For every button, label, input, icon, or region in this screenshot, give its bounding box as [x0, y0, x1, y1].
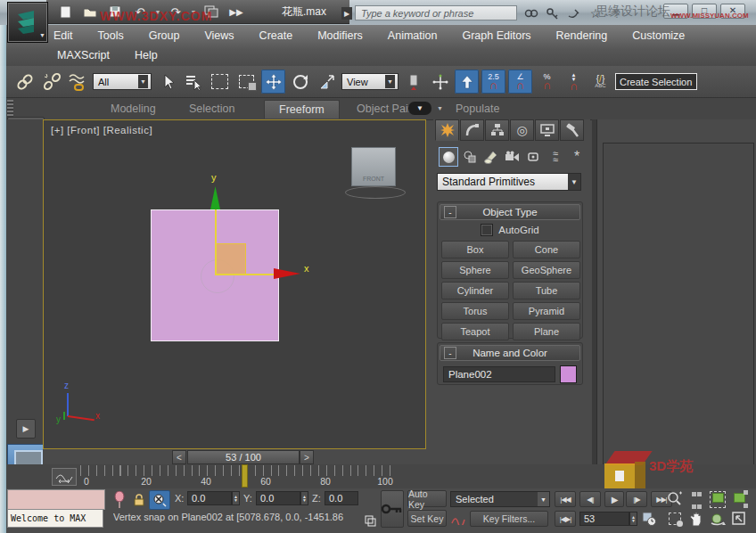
- x-coord-field[interactable]: 0.0: [187, 491, 232, 505]
- collapse-icon[interactable]: -: [444, 206, 456, 218]
- application-menu-button[interactable]: ▼: [7, 2, 48, 43]
- keyboard-shortcut-override-toggle[interactable]: [455, 70, 479, 94]
- ribbon-drag-grip[interactable]: [7, 100, 13, 118]
- set-keys-button[interactable]: [381, 490, 404, 528]
- selection-set-dropdown[interactable]: Selected ▼: [450, 491, 550, 507]
- systems-icon[interactable]: *: [567, 147, 587, 167]
- time-slider-handle[interactable]: 53 / 100: [187, 450, 300, 464]
- percent-snap-toggle[interactable]: % ∩: [535, 70, 559, 94]
- unlink-selection-icon[interactable]: [39, 70, 63, 94]
- search-icon[interactable]: [521, 4, 542, 22]
- object-name-field[interactable]: Plane002: [443, 366, 555, 382]
- menu-modifiers[interactable]: Modifiers: [305, 27, 375, 45]
- window-crossing-toggle-icon[interactable]: [234, 70, 259, 94]
- angle-snap-toggle[interactable]: ∠∩: [508, 70, 532, 94]
- space-warps-icon[interactable]: ≈≈: [546, 147, 565, 167]
- zoom-extents-all-button[interactable]: [729, 490, 749, 508]
- tab-create[interactable]: [435, 119, 459, 141]
- y-coord-field[interactable]: 0.0: [256, 491, 300, 505]
- ribbon-tab-selection[interactable]: Selection: [175, 100, 249, 118]
- snaps-toggle-2.5d[interactable]: 2.5 ∩: [481, 70, 505, 94]
- tab-modify[interactable]: [460, 119, 484, 141]
- rectangular-selection-region-icon[interactable]: [208, 70, 232, 94]
- subscription-key-icon[interactable]: [542, 4, 563, 22]
- select-and-scale-button[interactable]: [315, 70, 339, 94]
- y-spinner[interactable]: ▲▼: [300, 491, 308, 505]
- viewport-layout-flyout-button[interactable]: ▶: [16, 419, 36, 439]
- frame-spinner[interactable]: ▲▼: [629, 512, 637, 526]
- ribbon-minimize-dropdown[interactable]: ▼: [408, 102, 431, 115]
- tab-motion[interactable]: ◎: [510, 119, 534, 141]
- menu-tools[interactable]: Tools: [86, 27, 136, 45]
- zoom-button[interactable]: [665, 490, 685, 508]
- selection-lock-icon[interactable]: [132, 492, 146, 506]
- tube-button[interactable]: Tube: [513, 282, 580, 299]
- menu-graph-editors[interactable]: Graph Editors: [449, 27, 543, 45]
- primitive-category-dropdown[interactable]: Standard Primitives ▼: [437, 173, 581, 191]
- new-scene-button[interactable]: [55, 3, 75, 20]
- select-object-icon[interactable]: [154, 70, 178, 94]
- communication-center-icon[interactable]: [563, 4, 585, 22]
- torus-button[interactable]: Torus: [441, 302, 509, 320]
- current-frame-field[interactable]: 53: [579, 512, 629, 526]
- isolate-selection-pin-icon[interactable]: [111, 491, 127, 509]
- viewport-label[interactable]: [+] [Front] [Realistic]: [51, 125, 152, 135]
- cylinder-button[interactable]: Cylinder: [441, 282, 509, 299]
- viewport-front[interactable]: [+] [Front] [Realistic] y x FRONT z y x: [43, 119, 426, 449]
- auto-key-button[interactable]: Auto Key: [407, 490, 447, 507]
- cameras-icon[interactable]: [503, 147, 522, 167]
- geometry-icon[interactable]: [439, 147, 458, 167]
- reference-coordinate-system-dropdown[interactable]: View▼: [341, 73, 399, 90]
- go-to-start-button[interactable]: |◀◀: [555, 491, 576, 507]
- next-frame-button[interactable]: ||▶: [626, 491, 647, 507]
- pyramid-button[interactable]: Pyramid: [513, 302, 580, 320]
- object-color-swatch[interactable]: [560, 365, 577, 383]
- maxscript-mini-listener-macro[interactable]: [7, 489, 105, 510]
- play-button[interactable]: ▶: [604, 491, 624, 507]
- select-by-name-icon[interactable]: [181, 70, 205, 94]
- ribbon-tab-freeform[interactable]: Freeform: [264, 100, 340, 119]
- previous-frame-button[interactable]: ◀||: [579, 491, 601, 507]
- zoom-extents-selected-button[interactable]: [708, 490, 727, 508]
- maxscript-mini-listener[interactable]: Welcome to MAX: [7, 509, 103, 528]
- next-frame-slider-button[interactable]: >: [300, 450, 314, 464]
- zoom-all-button[interactable]: [686, 490, 706, 508]
- helpers-icon[interactable]: [524, 147, 544, 167]
- menu-rendering[interactable]: Rendering: [544, 27, 620, 45]
- collapse-icon[interactable]: -: [444, 347, 456, 359]
- autogrid-checkbox[interactable]: [481, 224, 493, 236]
- menu-customize[interactable]: Customize: [620, 27, 697, 45]
- use-pivot-point-center-button[interactable]: [401, 70, 425, 94]
- set-key-button[interactable]: Set Key: [407, 510, 447, 527]
- default-in-out-tangents-icon[interactable]: [450, 511, 466, 527]
- infocenter-expand-button[interactable]: ▶: [341, 7, 352, 20]
- tab-hierarchy[interactable]: [485, 119, 509, 141]
- time-configuration-button[interactable]: [640, 511, 658, 527]
- previous-frame-slider-button[interactable]: <: [172, 450, 186, 464]
- menu-maxscript[interactable]: MAXScript: [45, 46, 122, 64]
- name-color-rollout-header[interactable]: - Name and Color: [440, 345, 580, 361]
- maximize-viewport-toggle[interactable]: [729, 510, 749, 528]
- named-selection-sets-field[interactable]: Create Selection: [615, 73, 697, 90]
- cone-button[interactable]: Cone: [513, 241, 580, 258]
- edit-named-selection-sets-button[interactable]: {/} ABC: [588, 70, 612, 94]
- spinner-snap-toggle[interactable]: ▲▼∩: [562, 70, 586, 94]
- toolbar-overflow-button[interactable]: ▶▶: [226, 3, 246, 20]
- select-and-link-icon[interactable]: [12, 70, 37, 94]
- tab-display[interactable]: [535, 119, 559, 141]
- adaptive-degradation-icon[interactable]: [364, 514, 376, 527]
- plane-button[interactable]: Plane: [513, 323, 580, 340]
- viewcube-ring[interactable]: [345, 186, 406, 199]
- key-mode-toggle[interactable]: |◀▶|: [555, 511, 576, 527]
- ribbon-tab-populate[interactable]: Populate: [441, 100, 514, 118]
- sphere-button[interactable]: Sphere: [441, 261, 509, 279]
- bind-to-space-warp-icon[interactable]: [66, 70, 90, 94]
- chevron-down-icon[interactable]: ▼: [437, 105, 443, 111]
- box-button[interactable]: Box: [441, 241, 509, 258]
- select-and-move-button[interactable]: [261, 70, 285, 94]
- select-and-manipulate-button[interactable]: [428, 70, 452, 94]
- gizmo-xy-plane-handle[interactable]: [215, 243, 246, 275]
- gizmo-y-axis-line[interactable]: [215, 209, 217, 275]
- search-input[interactable]: Type a keyword or phrase: [355, 5, 517, 20]
- lights-icon[interactable]: [481, 147, 501, 167]
